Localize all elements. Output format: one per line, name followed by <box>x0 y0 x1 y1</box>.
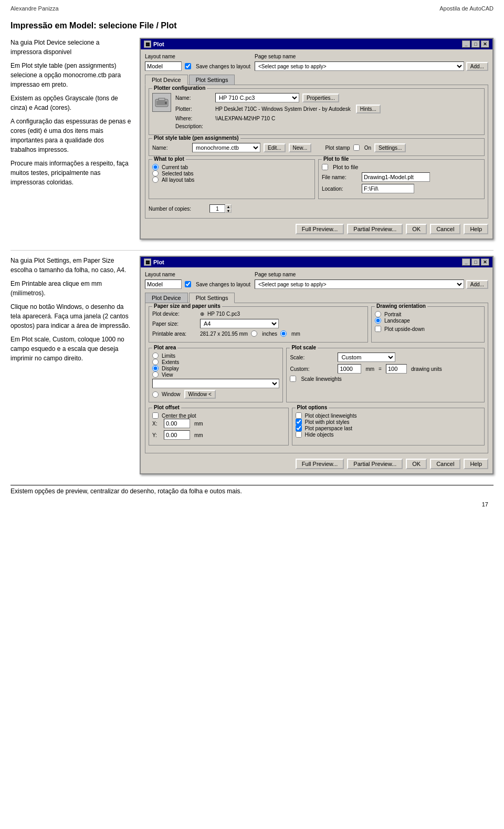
d2-layout-name-input[interactable] <box>145 279 182 289</box>
plot-with-plot-styles-item: Plot with plot styles <box>296 419 481 425</box>
custom-row: Custom: mm = drawing units <box>290 364 481 374</box>
copies-up-btn[interactable]: ▲ <box>225 204 232 209</box>
inches-radio[interactable] <box>251 330 257 337</box>
where-label: Where: <box>175 116 212 121</box>
ok-btn[interactable]: OK <box>406 224 427 234</box>
location-input[interactable] <box>362 184 414 193</box>
full-preview-btn[interactable]: Full Preview... <box>296 224 344 234</box>
dialog1-close-btn[interactable]: ✕ <box>481 40 489 48</box>
scale-lineweights-row: Scale lineweights <box>290 376 481 382</box>
d2-partial-preview-btn[interactable]: Partial Preview... <box>347 459 403 469</box>
plotter-row: Plotter: HP DeskJet 710C - Windows Syste… <box>175 105 481 113</box>
plotter-config-legend: Plotter configuration <box>152 85 207 91</box>
location-label: Location: <box>322 186 359 192</box>
center-plot-checkbox[interactable] <box>152 412 159 419</box>
all-layout-tabs-radio[interactable] <box>152 177 159 183</box>
portrait-label: Portrait <box>384 312 401 317</box>
edit-btn[interactable]: Edit... <box>264 143 286 152</box>
page-setup-select[interactable]: <Select page setup to apply> <box>255 61 464 71</box>
d2-cancel-btn[interactable]: Cancel <box>430 459 460 469</box>
extents-radio[interactable] <box>152 359 159 365</box>
ps-plot-device-label: Plot device: <box>152 311 197 317</box>
current-tab-radio[interactable] <box>152 164 159 170</box>
y-input[interactable] <box>164 430 190 440</box>
cancel-btn[interactable]: Cancel <box>430 224 460 234</box>
dialog2-close-btn[interactable]: ✕ <box>481 258 489 266</box>
plot-area-scale-row: Plot area Limits Extents <box>149 348 485 406</box>
window-area-row <box>152 379 279 390</box>
d2-page-setup-select[interactable]: <Select page setup to apply> <box>255 279 464 289</box>
scale-select[interactable]: Custom <box>338 353 395 362</box>
dialog1-title: Plot <box>153 41 164 47</box>
scale-lineweights-checkbox[interactable] <box>290 376 296 382</box>
tab-plot-device[interactable]: Plot Device <box>145 75 188 85</box>
x-input[interactable] <box>164 419 190 428</box>
file-name-input[interactable] <box>362 172 430 182</box>
dialog1-minimize-btn[interactable]: _ <box>462 40 470 48</box>
plot-upside-down-checkbox[interactable] <box>375 326 381 332</box>
add-btn[interactable]: Add... <box>466 62 488 71</box>
d2-tab-plot-device[interactable]: Plot Device <box>145 293 188 303</box>
window-radio[interactable] <box>152 391 159 398</box>
d2-save-changes-checkbox[interactable] <box>185 281 191 287</box>
layout-name-input[interactable] <box>145 61 182 71</box>
display-radio[interactable] <box>152 365 159 371</box>
view-radio[interactable] <box>152 371 159 378</box>
paper-size-select[interactable]: A4 <box>200 319 279 328</box>
dialog2-minimize-btn[interactable]: _ <box>462 258 470 266</box>
d2-page-setup-group: Page setup name <Select page setup to ap… <box>255 272 488 289</box>
properties-btn[interactable]: Properties... <box>302 94 339 102</box>
selected-tabs-label: Selected tabs <box>162 171 194 177</box>
help-btn[interactable]: Help <box>464 224 488 234</box>
name-label: Name: <box>175 95 212 101</box>
paper-size-section: Paper size and paper units Plot device: … <box>149 306 368 343</box>
layout-name-label: Layout name <box>145 54 250 59</box>
what-to-plot-section: What to plot Current tab Selected tabs <box>149 159 315 199</box>
window-btn[interactable]: Window < <box>184 390 216 399</box>
d2-page-setup-row: <Select page setup to apply> Add... <box>255 279 488 289</box>
y-offset-row: Y: mm <box>152 430 285 440</box>
dialog2-titlebar-controls: _ □ ✕ <box>462 258 489 266</box>
custom-right-input[interactable] <box>386 364 407 374</box>
plot-paperspace-last-checkbox[interactable] <box>296 425 302 431</box>
plot-object-lineweights-checkbox[interactable] <box>296 412 302 419</box>
d2-ok-btn[interactable]: OK <box>406 459 427 469</box>
current-tab-radio-item: Current tab <box>152 164 311 170</box>
settings-btn[interactable]: Settings... <box>374 143 406 152</box>
d2-help-btn[interactable]: Help <box>464 459 488 469</box>
dialog2-maximize-btn[interactable]: □ <box>471 258 480 266</box>
limits-radio[interactable] <box>152 353 159 359</box>
hints-btn[interactable]: Hints... <box>356 105 381 113</box>
plot-upside-down-item: Plot upside-down <box>375 326 481 332</box>
dialog1-maximize-btn[interactable]: □ <box>471 40 480 48</box>
copies-down-btn[interactable]: ▼ <box>225 209 232 213</box>
plot-style-section: Plot style table (pen assignments) Name:… <box>149 138 485 156</box>
partial-preview-btn[interactable]: Partial Preview... <box>347 224 403 234</box>
display-radio-item: Display <box>152 365 279 371</box>
hide-objects-checkbox[interactable] <box>296 431 302 438</box>
section1-text-2: Em Plot style table (pen assignments) se… <box>10 61 131 89</box>
d2-tab-plot-settings[interactable]: Plot Settings <box>189 293 235 303</box>
new-btn[interactable]: New... <box>289 143 312 152</box>
landscape-radio[interactable] <box>375 317 381 324</box>
plot-with-plot-styles-checkbox[interactable] <box>296 419 302 425</box>
layout-name-row: Save changes to layout <box>145 61 250 71</box>
current-tab-label: Current tab <box>162 164 188 170</box>
d2-full-preview-btn[interactable]: Full Preview... <box>296 459 344 469</box>
window-select[interactable] <box>152 379 279 388</box>
custom-left-input[interactable] <box>338 364 361 374</box>
tab-plot-settings[interactable]: Plot Settings <box>189 75 235 85</box>
plot-style-select[interactable]: monochrome.ctb <box>192 143 260 152</box>
mm-radio[interactable] <box>280 330 287 337</box>
plot-style-content: Name: monochrome.ctb Edit... New... Plot… <box>152 143 481 152</box>
portrait-radio[interactable] <box>375 311 381 317</box>
save-changes-checkbox[interactable] <box>185 63 191 69</box>
plot-to-file-label: Plot to file <box>333 164 358 170</box>
plot-to-file-checkbox[interactable] <box>322 164 328 170</box>
on-checkbox[interactable] <box>353 144 360 151</box>
copies-input[interactable] <box>209 204 225 213</box>
plotter-icon <box>152 93 171 112</box>
plotter-name-select[interactable]: HP 710 C.pc3 <box>215 93 299 102</box>
selected-tabs-radio[interactable] <box>152 170 159 177</box>
d2-add-btn[interactable]: Add... <box>466 280 488 289</box>
